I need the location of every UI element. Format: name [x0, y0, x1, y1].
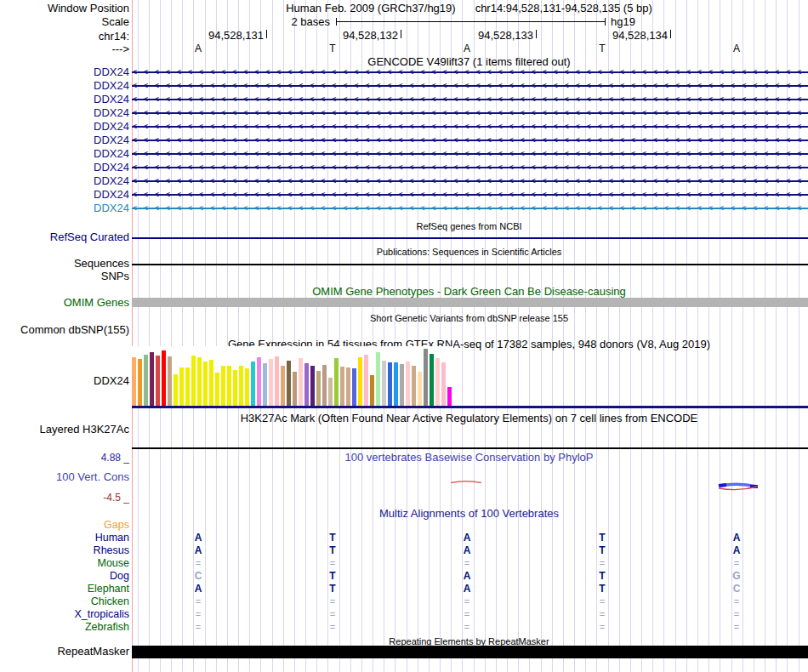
- gtex-tissue-bar[interactable]: [191, 356, 196, 406]
- gtex-tissue-bar[interactable]: [281, 366, 285, 406]
- gtex-tissue-bar[interactable]: [358, 357, 362, 406]
- gencode-transcript-item[interactable]: <<<<<<<<<<<<<<<<<<<<<<<<<<<<<<<<<<<<<<<<…: [132, 149, 808, 159]
- gencode-transcript-label[interactable]: DDX24: [0, 120, 129, 134]
- omim-genes-item[interactable]: [132, 298, 808, 307]
- gtex-tissue-bar[interactable]: [304, 363, 309, 406]
- gencode-transcript-item[interactable]: <<<<<<<<<<<<<<<<<<<<<<<<<<<<<<<<<<<<<<<<…: [132, 94, 808, 105]
- gtex-tissue-bar[interactable]: [132, 357, 136, 406]
- phylop-wiggle-mark-1[interactable]: [449, 478, 483, 486]
- gtex-tissue-bar[interactable]: [299, 358, 303, 406]
- multiz-species-label[interactable]: Elephant: [0, 582, 129, 595]
- gtex-tissue-bar[interactable]: [316, 371, 321, 406]
- gtex-tissue-bar[interactable]: [221, 366, 225, 406]
- gencode-transcript-label[interactable]: DDX24: [0, 65, 129, 79]
- gtex-tissue-bar[interactable]: [328, 378, 333, 406]
- gtex-tissue-bar[interactable]: [227, 366, 231, 406]
- h3k27ac-label[interactable]: Layered H3K27Ac: [0, 423, 129, 436]
- gencode-transcript-item[interactable]: <<<<<<<<<<<<<<<<<<<<<<<<<<<<<<<<<<<<<<<<…: [132, 81, 808, 91]
- h3k27ac-baseline[interactable]: [132, 447, 808, 449]
- gencode-transcript-label[interactable]: DDX24: [0, 147, 129, 161]
- gtex-tissue-bar[interactable]: [352, 368, 356, 406]
- gtex-tissue-bar[interactable]: [376, 352, 380, 406]
- gtex-tissue-bar[interactable]: [168, 356, 172, 406]
- reference-base[interactable]: T: [593, 43, 612, 54]
- gtex-tissue-bar[interactable]: [269, 359, 273, 406]
- gtex-tissue-bar[interactable]: [406, 362, 410, 406]
- publications-sequences-item[interactable]: [132, 264, 808, 265]
- multiz-species-label[interactable]: Zebrafish: [0, 620, 129, 634]
- gtex-tissue-bar[interactable]: [388, 362, 392, 406]
- gencode-transcript-label[interactable]: DDX24: [0, 79, 129, 93]
- gtex-tissue-bar[interactable]: [233, 370, 237, 406]
- gtex-tissue-bar[interactable]: [203, 362, 208, 406]
- gtex-tissue-bar[interactable]: [138, 359, 142, 406]
- gtex-tissue-bar[interactable]: [257, 357, 261, 406]
- reference-base[interactable]: T: [323, 43, 342, 54]
- multiz-species-label[interactable]: Human: [0, 531, 129, 544]
- reference-base[interactable]: A: [727, 43, 746, 54]
- gencode-transcript-item[interactable]: <<<<<<<<<<<<<<<<<<<<<<<<<<<<<<<<<<<<<<<<…: [132, 162, 808, 173]
- gencode-transcript-label[interactable]: DDX24: [0, 134, 129, 147]
- gencode-transcript-label[interactable]: DDX24: [0, 174, 129, 188]
- gtex-tissue-bar[interactable]: [447, 387, 452, 406]
- gtex-tissue-bar[interactable]: [197, 357, 202, 406]
- gtex-tissue-bar[interactable]: [310, 366, 315, 406]
- gtex-tissue-bar[interactable]: [275, 356, 279, 406]
- multiz-species-label[interactable]: X_tropicalis: [0, 607, 129, 621]
- gencode-transcript-label[interactable]: DDX24: [0, 93, 129, 106]
- gencode-transcript-item[interactable]: <<<<<<<<<<<<<<<<<<<<<<<<<<<<<<<<<<<<<<<<…: [132, 190, 808, 200]
- conservation-label[interactable]: 100 Vert. Cons: [0, 470, 129, 484]
- gencode-transcript-item[interactable]: <<<<<<<<<<<<<<<<<<<<<<<<<<<<<<<<<<<<<<<<…: [132, 67, 808, 77]
- repeatmasker-item[interactable]: [132, 646, 808, 658]
- gtex-tissue-bar[interactable]: [174, 374, 178, 406]
- gencode-transcript-item[interactable]: <<<<<<<<<<<<<<<<<<<<<<<<<<<<<<<<<<<<<<<<…: [132, 122, 808, 132]
- dbsnp-label[interactable]: Common dbSNP(155): [0, 323, 129, 337]
- gtex-tissue-bar[interactable]: [156, 356, 160, 406]
- gtex-tissue-bar[interactable]: [400, 364, 404, 406]
- gencode-transcript-label[interactable]: DDX24: [0, 106, 129, 120]
- multiz-species-label[interactable]: Rhesus: [0, 544, 129, 557]
- gtex-tissue-bar[interactable]: [179, 367, 184, 406]
- gtex-tissue-bar[interactable]: [144, 355, 148, 406]
- gtex-tissue-bar[interactable]: [162, 350, 166, 406]
- gtex-tissue-bar[interactable]: [209, 360, 213, 406]
- gtex-tissue-bar[interactable]: [150, 352, 154, 406]
- gencode-transcript-item[interactable]: <<<<<<<<<<<<<<<<<<<<<<<<<<<<<<<<<<<<<<<<…: [132, 203, 808, 214]
- gencode-transcript-label[interactable]: DDX24: [0, 188, 129, 202]
- gtex-tissue-bar[interactable]: [418, 372, 422, 406]
- gtex-tissue-bar[interactable]: [394, 362, 398, 406]
- reference-base[interactable]: A: [189, 43, 208, 54]
- multiz-species-label[interactable]: Chicken: [0, 595, 129, 608]
- gtex-tissue-bar[interactable]: [435, 358, 440, 406]
- gtex-tissue-bar[interactable]: [430, 354, 434, 406]
- omim-genes-label[interactable]: OMIM Genes: [0, 296, 129, 310]
- gtex-tissue-bar[interactable]: [215, 373, 219, 406]
- gencode-transcript-label[interactable]: DDX24: [0, 202, 129, 215]
- gencode-transcript-item[interactable]: <<<<<<<<<<<<<<<<<<<<<<<<<<<<<<<<<<<<<<<<…: [132, 135, 808, 145]
- repeatmasker-label[interactable]: RepeatMasker: [0, 645, 129, 658]
- gtex-tissue-bar[interactable]: [293, 372, 297, 406]
- gtex-tissue-bar[interactable]: [334, 358, 339, 406]
- multiz-species-label[interactable]: Mouse: [0, 556, 129, 570]
- refseq-curated-label[interactable]: RefSeq Curated: [0, 231, 129, 244]
- gtex-tissue-bar[interactable]: [251, 362, 255, 406]
- refseq-curated-item[interactable]: [132, 237, 808, 239]
- gtex-tissue-bar[interactable]: [424, 349, 428, 406]
- snps-label[interactable]: SNPs: [0, 270, 129, 283]
- publications-sequences-label[interactable]: Sequences: [0, 257, 129, 271]
- gtex-tissue-bar[interactable]: [245, 368, 249, 406]
- gtex-tissue-bar[interactable]: [185, 367, 190, 406]
- gencode-transcript-item[interactable]: <<<<<<<<<<<<<<<<<<<<<<<<<<<<<<<<<<<<<<<<…: [132, 108, 808, 118]
- gtex-tissue-bar[interactable]: [346, 367, 350, 406]
- reference-base[interactable]: A: [458, 43, 476, 54]
- gtex-tissue-bar[interactable]: [382, 361, 386, 406]
- multiz-species-label[interactable]: Dog: [0, 569, 129, 583]
- gtex-tissue-bar[interactable]: [412, 366, 416, 406]
- gtex-tissue-bar[interactable]: [322, 365, 327, 406]
- gtex-gene-label[interactable]: DDX24: [0, 374, 129, 388]
- gencode-transcript-item[interactable]: <<<<<<<<<<<<<<<<<<<<<<<<<<<<<<<<<<<<<<<<…: [132, 176, 808, 186]
- gtex-tissue-bar[interactable]: [364, 355, 368, 406]
- gtex-tissue-bar[interactable]: [441, 362, 446, 406]
- gtex-expression-bars[interactable]: [132, 346, 453, 406]
- gtex-tissue-bar[interactable]: [340, 367, 344, 406]
